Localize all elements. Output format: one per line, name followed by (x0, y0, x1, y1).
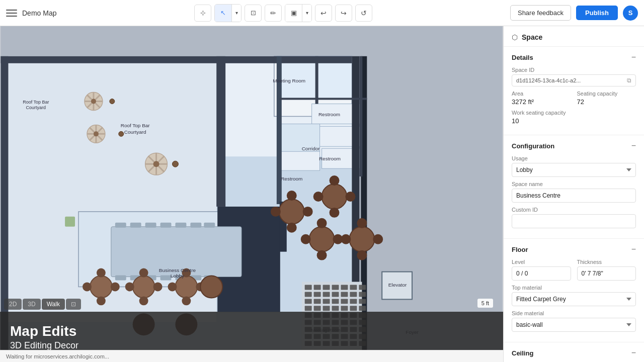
svg-point-49 (168, 282, 177, 291)
svg-rect-79 (341, 285, 348, 290)
svg-point-57 (322, 184, 347, 209)
work-seating-value: 10 (512, 117, 636, 125)
svg-rect-25 (160, 223, 172, 228)
main-area: Meeting Room Restroom Corridor Restroom … (0, 26, 644, 362)
svg-point-38 (97, 296, 106, 305)
svg-rect-22 (115, 223, 126, 228)
svg-point-48 (182, 296, 191, 305)
svg-rect-28 (204, 223, 215, 228)
usage-select[interactable]: Lobby Office Meeting Room Corridor Restr… (512, 163, 636, 177)
svg-point-56 (303, 207, 313, 217)
svg-rect-91 (323, 299, 330, 304)
walk-tab[interactable]: Walk (42, 299, 65, 310)
select-tool-button[interactable]: ↖ (215, 5, 232, 22)
svg-rect-14 (216, 56, 225, 207)
area-label: Area (512, 90, 571, 97)
redo-button[interactable]: ↪ (335, 5, 352, 22)
copy-icon[interactable]: ⧉ (627, 77, 631, 84)
level-label: Level (512, 259, 571, 265)
svg-point-41 (133, 276, 155, 298)
svg-rect-90 (314, 299, 321, 304)
svg-rect-80 (350, 285, 357, 290)
ceiling-section-header: Ceiling − (512, 348, 636, 357)
svg-rect-85 (332, 292, 339, 297)
2d-tab[interactable]: 2D (4, 299, 22, 310)
map-canvas[interactable]: Meeting Room Restroom Corridor Restroom … (0, 26, 503, 362)
svg-rect-32 (160, 276, 172, 281)
svg-point-64 (317, 250, 327, 260)
svg-point-39 (83, 282, 92, 291)
svg-rect-92 (332, 299, 339, 304)
space-name-label: Space name (512, 181, 636, 187)
panel-title: Space (522, 33, 542, 41)
svg-rect-16 (1, 56, 352, 63)
publish-button[interactable]: Publish (576, 6, 618, 20)
top-material-select[interactable]: Fitted Carpet Grey Hardwood Tile Concret… (512, 292, 636, 306)
svg-text:Restroom: Restroom (319, 156, 341, 161)
svg-point-40 (111, 282, 120, 291)
usage-field: Usage Lobby Office Meeting Room Corridor… (512, 155, 636, 177)
side-material-select[interactable]: basic-wall concrete-wall glass-wall (512, 318, 636, 332)
custom-id-label: Custom ID (512, 207, 636, 213)
svg-rect-87 (350, 292, 357, 297)
svg-rect-99 (332, 306, 339, 311)
pointer-tool-button[interactable]: ⊹ (194, 5, 211, 22)
work-seating-label: Work seating capacity (512, 110, 636, 116)
svg-rect-29 (115, 276, 126, 281)
top-material-field: Top material Fitted Carpet Grey Hardwood… (512, 285, 636, 306)
thickness-label: Thickness (577, 259, 636, 265)
status-bar: Waiting for microservices.archilogic.com… (0, 350, 503, 362)
level-thickness-row: Level Thickness (512, 259, 636, 281)
svg-rect-82 (305, 292, 312, 297)
ceiling-title: Ceiling (512, 349, 533, 357)
undo-button[interactable]: ↩ (315, 5, 332, 22)
svg-point-62 (309, 227, 335, 252)
extra-tab[interactable]: ⊡ (66, 299, 81, 310)
svg-rect-101 (350, 306, 357, 311)
config-collapse-button[interactable]: − (631, 141, 636, 150)
svg-text:Courtyard: Courtyard (124, 129, 146, 135)
frame-tool-button[interactable]: ▣ (285, 5, 302, 22)
side-material-field: Side material basic-wall concrete-wall g… (512, 310, 636, 332)
space-name-input[interactable] (512, 189, 636, 203)
svg-rect-78 (332, 285, 339, 290)
pen-tool-button[interactable]: ✏ (265, 5, 282, 22)
floor-collapse-button[interactable]: − (631, 245, 636, 254)
svg-point-37 (97, 268, 106, 278)
select-tool-group: ↖ ▾ (214, 4, 242, 22)
thickness-input[interactable] (577, 266, 636, 281)
hamburger-menu-button[interactable] (6, 8, 17, 19)
svg-text:Meeting Room: Meeting Room (273, 78, 305, 83)
topbar-center-tools: ⊹ ↖ ▾ ⊡ ✏ ▣ ▾ ↩ ↪ ↺ (60, 4, 506, 22)
svg-point-67 (349, 227, 374, 252)
history-button[interactable]: ↺ (355, 5, 372, 22)
custom-id-input[interactable] (512, 214, 636, 228)
svg-point-144 (110, 99, 115, 104)
seating-field: Seating capacity 72 (577, 90, 636, 106)
share-feedback-button[interactable]: Share feedback (510, 5, 571, 21)
ceiling-collapse-button[interactable]: − (631, 348, 636, 357)
svg-point-69 (357, 250, 367, 260)
svg-point-44 (125, 282, 134, 291)
topbar-right: Share feedback Publish S (510, 5, 638, 21)
frame-dropdown-button[interactable]: ▾ (302, 5, 311, 22)
ceiling-section: Ceiling − This space has a ceiling Auto … (504, 342, 644, 362)
thickness-field: Thickness (577, 259, 636, 281)
svg-point-158 (172, 161, 178, 167)
app-title: Demo Map (22, 9, 56, 17)
area-seating-row: Area 3272 ft² Seating capacity 72 (512, 90, 636, 106)
svg-point-55 (271, 207, 281, 217)
3d-tab[interactable]: 3D (23, 299, 40, 310)
space-id-value: d1d11245-13ca-4c1c-a2... (516, 77, 625, 83)
level-input[interactable] (512, 266, 571, 281)
svg-rect-9 (280, 150, 320, 170)
svg-text:Restroom: Restroom (318, 112, 340, 117)
details-collapse-button[interactable]: − (631, 53, 636, 62)
svg-rect-93 (341, 299, 348, 304)
select-dropdown-button[interactable]: ▾ (232, 5, 241, 22)
svg-rect-95 (359, 299, 366, 304)
user-avatar[interactable]: S (623, 6, 638, 21)
crop-tool-button[interactable]: ⊡ (245, 5, 262, 22)
svg-rect-83 (314, 292, 321, 297)
svg-point-150 (94, 131, 99, 136)
